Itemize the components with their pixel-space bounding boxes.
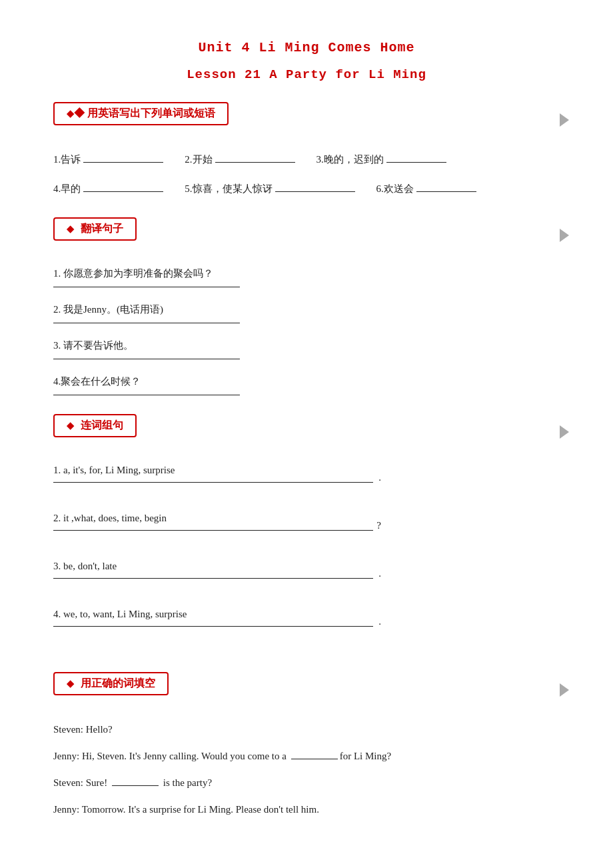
vocab-blank-5 [275,191,355,192]
vocab-item-4: 4.早的 [53,179,165,199]
lianci-q1: 1. a, it's, for, Li Ming, surprise [53,461,560,479]
vocab-item-5: 5.惊喜，使某人惊讶 [185,179,356,199]
vocab-num-3: 3.晚的，迟到的 [316,149,384,169]
vocab-blank-4 [83,191,163,192]
vocab-item-6: 6.欢送会 [376,179,478,199]
vocab-row2: 4.早的 5.惊喜，使某人惊讶 6.欢送会 [53,179,560,199]
vocab-num-1: 1.告诉 [53,149,81,169]
title-section: Unit 4 Li Ming Comes Home Lesson 21 A Pa… [53,40,560,82]
period-1: . [378,472,381,483]
translate-header-wrap: ◆ 翻译句子 [53,217,560,253]
translate-header: ◆ 翻译句子 [53,217,137,241]
translate-answer-3 [53,359,240,359]
lianci-answer-4: . [53,626,373,627]
fill-blank-1 [291,759,338,759]
translate-section: ◆ 翻译句子 1. 你愿意参加为李明准备的聚会吗？ 2. 我是Jenny。(电话… [53,217,560,395]
main-title: Unit 4 Li Ming Comes Home [53,40,560,55]
fill-line-3: Steven: Sure! is the party? [53,773,560,793]
lianci-q3: 3. be, don't, late [53,557,560,575]
vocab-header-text: ◆ 用英语写出下列单词或短语 [74,107,215,121]
lianci-q2: 2. it ,what, does, time, begin [53,509,560,527]
translate-q2: 2. 我是Jenny。(电话用语) [53,301,560,319]
vocab-num-4: 4.早的 [53,179,81,199]
translate-answer-4 [53,395,240,395]
lianci-answer-3: . [53,578,373,579]
vocab-num-6: 6.欢送会 [376,179,414,199]
diamond-icon: ◆ [67,108,74,119]
question-mark-2: ? [376,520,381,531]
translate-answer-1 [53,287,240,287]
diamond-icon-4: ◆ [67,678,74,689]
vocab-item-3: 3.晚的，迟到的 [316,149,448,169]
fill-section: ◆ 用正确的词填空 Steven: Hello? Jenny: Hi, Stev… [53,672,560,819]
vocab-section: ◆ ◆ 用英语写出下列单词或短语 1.告诉 2.开始 3.晚的，迟到的 4.早的… [53,102,560,199]
fill-line-2: Jenny: Hi, Steven. It's Jenny calling. W… [53,746,560,766]
lianci-q4: 4. we, to, want, Li Ming, surprise [53,605,560,623]
vocab-row1: 1.告诉 2.开始 3.晚的，迟到的 [53,149,560,169]
vocab-blank-3 [386,162,446,163]
arrow-icon-2 [560,229,569,242]
vocab-item-1: 1.告诉 [53,149,165,169]
vocab-blank-6 [416,191,476,192]
fill-blank-2 [112,785,159,786]
period-3: . [378,568,381,579]
lianci-answer-1: . [53,482,373,483]
vocab-header-wrap: ◆ ◆ 用英语写出下列单词或短语 [53,102,560,137]
translate-q3: 3. 请不要告诉他。 [53,337,560,355]
vocab-header: ◆ ◆ 用英语写出下列单词或短语 [53,102,229,125]
fill-header-wrap: ◆ 用正确的词填空 [53,672,560,707]
vocab-num-2: 2.开始 [185,149,212,169]
arrow-icon-4 [560,683,569,697]
period-4: . [378,616,381,627]
lianci-header-text: 连词组句 [81,419,123,433]
fill-header: ◆ 用正确的词填空 [53,672,169,695]
sub-title: Lesson 21 A Party for Li Ming [53,67,560,82]
lianci-section: ◆ 连词组句 1. a, it's, for, Li Ming, surpris… [53,414,560,653]
fill-line-1: Steven: Hello? [53,719,560,739]
vocab-num-5: 5.惊喜，使某人惊讶 [185,179,272,199]
arrow-icon-3 [560,425,569,439]
vocab-blank-2 [215,162,295,163]
diamond-icon-2: ◆ [67,223,74,235]
fill-header-text: 用正确的词填空 [81,677,155,691]
translate-q4: 4.聚会在什么时候？ [53,373,560,391]
lianci-header-wrap: ◆ 连词组句 [53,414,560,449]
vocab-item-2: 2.开始 [185,149,296,169]
vocab-blank-1 [83,162,163,163]
fill-line-4: Jenny: Tomorrow. It's a surprise for Li … [53,799,560,819]
lianci-header: ◆ 连词组句 [53,414,137,437]
diamond-icon-3: ◆ [67,420,74,431]
arrow-icon [560,113,569,127]
translate-q1: 1. 你愿意参加为李明准备的聚会吗？ [53,265,560,283]
lianci-answer-2: ? [53,530,373,531]
translate-header-text: 翻译句子 [81,222,123,236]
translate-answer-2 [53,323,240,323]
